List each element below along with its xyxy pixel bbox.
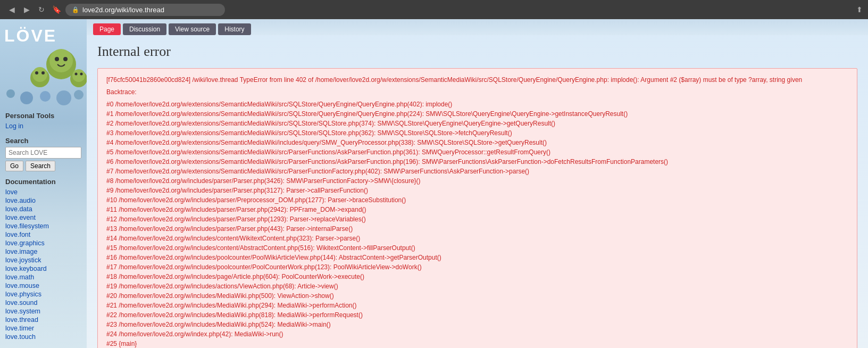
doc-link-love-system[interactable]: love.system: [5, 307, 81, 316]
address-bar-container: 🔖 🔒 love2d.org/wiki/love.thread ⬆: [52, 4, 863, 16]
nav-buttons: ◀ ▶ ↻: [5, 3, 48, 16]
svg-point-7: [49, 49, 73, 72]
svg-point-1: [20, 92, 33, 104]
personal-tools-title: Personal Tools: [5, 112, 81, 120]
error-lines-container: #0 /home/lover/love2d.org/w/extensions/S…: [106, 100, 848, 348]
doc-link-love-graphics[interactable]: love.graphics: [5, 239, 81, 247]
error-line: #10 /home/lover/love2d.org/w/includes/pa…: [106, 195, 848, 205]
error-line: #8 /home/lover/love2d.org/w/includes/par…: [106, 176, 848, 186]
error-line: #21 /home/lover/love2d.org/w/includes/Me…: [106, 301, 848, 310]
error-box: [f76cfc50041b2860e00cd824] /wiki/love.th…: [97, 68, 857, 348]
page-layout: LÖVE Pers: [0, 19, 868, 348]
error-line: #7 /home/lover/love2d.org/w/extensions/S…: [106, 167, 848, 176]
svg-point-3: [56, 90, 71, 105]
error-line: #13 /home/lover/love2d.org/w/includes/pa…: [106, 224, 848, 234]
doc-title: Documentation: [5, 178, 81, 186]
lock-icon: 🔒: [72, 6, 79, 13]
error-line: #16 /home/lover/love2d.org/w/includes/po…: [106, 253, 848, 262]
logo-area: LÖVE: [0, 19, 87, 109]
doc-link-love-joystick[interactable]: love.joystick: [5, 256, 81, 264]
content-area: Internal error [f76cfc50041b2860e00cd824…: [87, 35, 868, 348]
doc-link-love-font[interactable]: love.font: [5, 230, 81, 239]
error-line: #25 {main}: [106, 339, 848, 348]
error-line: #0 /home/lover/love2d.org/w/extensions/S…: [106, 100, 848, 109]
doc-link-love-timer[interactable]: love.timer: [5, 324, 81, 333]
bookmark-icon[interactable]: 🔖: [52, 5, 61, 14]
doc-link-love-touch[interactable]: love.touch: [5, 333, 81, 341]
tab-discussion[interactable]: Discussion: [123, 23, 166, 35]
error-line: #17 /home/lover/love2d.org/w/includes/po…: [106, 262, 848, 272]
sidebar: LÖVE Pers: [0, 19, 87, 348]
error-line: #3 /home/lover/love2d.org/w/extensions/S…: [106, 128, 848, 138]
main-content: Page Discussion View source History Inte…: [87, 19, 868, 348]
doc-link-love-math[interactable]: love.math: [5, 273, 81, 281]
svg-point-12: [35, 71, 38, 74]
share-icon[interactable]: ⬆: [856, 5, 863, 14]
error-line: #1 /home/lover/love2d.org/w/extensions/S…: [106, 109, 848, 119]
error-header: [f76cfc50041b2860e00cd824] /wiki/love.th…: [106, 75, 848, 85]
doc-link-love[interactable]: love: [5, 188, 81, 196]
login-link[interactable]: Log in: [5, 122, 81, 130]
svg-text:LÖVE: LÖVE: [4, 26, 57, 45]
doc-link-love-mouse[interactable]: love.mouse: [5, 281, 81, 290]
error-line: #2 /home/lover/love2d.org/w/extensions/S…: [106, 119, 848, 128]
tab-page[interactable]: Page: [93, 23, 121, 35]
error-line: #15 /home/lover/love2d.org/w/includes/co…: [106, 243, 848, 253]
error-line: #11 /home/lover/love2d.org/w/includes/pa…: [106, 205, 848, 214]
error-line: #24 /home/lover/love2d.org/w/index.php(4…: [106, 329, 848, 339]
svg-point-9: [63, 57, 68, 61]
page-title: Internal error: [97, 44, 857, 60]
doc-link-love-sound[interactable]: love.sound: [5, 299, 81, 307]
browser-chrome: ◀ ▶ ↻ 🔖 🔒 love2d.org/wiki/love.thread ⬆: [0, 0, 868, 19]
forward-button[interactable]: ▶: [20, 3, 33, 16]
svg-point-0: [6, 89, 15, 98]
personal-tools-section: Personal Tools Log in: [0, 109, 87, 134]
error-line: #12 /home/lover/love2d.org/w/includes/pa…: [106, 214, 848, 224]
error-line: #19 /home/lover/love2d.org/w/includes/ac…: [106, 281, 848, 291]
error-line: #20 /home/lover/love2d.org/w/includes/Me…: [106, 291, 848, 301]
tab-history[interactable]: History: [218, 23, 251, 35]
doc-link-love-keyboard[interactable]: love.keyboard: [5, 264, 81, 273]
error-line: #14 /home/lover/love2d.org/w/includes/co…: [106, 234, 848, 243]
go-button[interactable]: Go: [5, 161, 23, 171]
svg-point-17: [80, 73, 83, 76]
doc-link-love-data[interactable]: love.data: [5, 205, 81, 213]
address-bar[interactable]: 🔒 love2d.org/wiki/love.thread: [65, 4, 225, 16]
back-button[interactable]: ◀: [5, 3, 18, 16]
svg-point-16: [75, 73, 78, 76]
backtrace-label: Backtrace:: [106, 87, 848, 97]
search-title: Search: [5, 137, 81, 145]
error-line: #18 /home/lover/love2d.org/w/includes/pa…: [106, 272, 848, 281]
url-text: love2d.org/wiki/love.thread: [82, 6, 164, 14]
svg-point-15: [72, 69, 85, 82]
svg-point-4: [74, 90, 84, 100]
doc-link-love-filesystem[interactable]: love.filesystem: [5, 222, 81, 230]
doc-link-love-thread[interactable]: love.thread: [5, 316, 81, 324]
error-line: #5 /home/lover/love2d.org/w/extensions/S…: [106, 147, 848, 157]
error-line: #6 /home/lover/love2d.org/w/extensions/S…: [106, 157, 848, 167]
documentation-section: Documentation lovelove.audiolove.datalov…: [0, 175, 87, 344]
error-line: #4 /home/lover/love2d.org/w/extensions/S…: [106, 138, 848, 147]
doc-link-love-audio[interactable]: love.audio: [5, 196, 81, 205]
refresh-button[interactable]: ↻: [35, 3, 48, 16]
svg-point-8: [55, 57, 59, 61]
svg-point-13: [41, 71, 45, 74]
error-line: #23 /home/lover/love2d.org/w/includes/Me…: [106, 320, 848, 329]
doc-link-love-event[interactable]: love.event: [5, 213, 81, 222]
doc-link-love-physics[interactable]: love.physics: [5, 290, 81, 299]
error-line: #22 /home/lover/love2d.org/w/includes/Me…: [106, 310, 848, 320]
doc-link-love-image[interactable]: love.image: [5, 247, 81, 256]
error-line: #9 /home/lover/love2d.org/w/includes/par…: [106, 186, 848, 195]
svg-point-2: [40, 91, 51, 102]
tab-view-source[interactable]: View source: [169, 23, 216, 35]
logo-svg: LÖVE: [0, 19, 87, 109]
search-button[interactable]: Search: [26, 161, 55, 171]
svg-point-11: [32, 67, 47, 82]
search-buttons: Go Search: [5, 161, 81, 171]
tab-bar: Page Discussion View source History: [87, 19, 868, 35]
search-section: Search Go Search: [0, 134, 87, 175]
doc-links-container: lovelove.audiolove.datalove.eventlove.fi…: [5, 188, 81, 341]
search-input[interactable]: [5, 147, 81, 159]
